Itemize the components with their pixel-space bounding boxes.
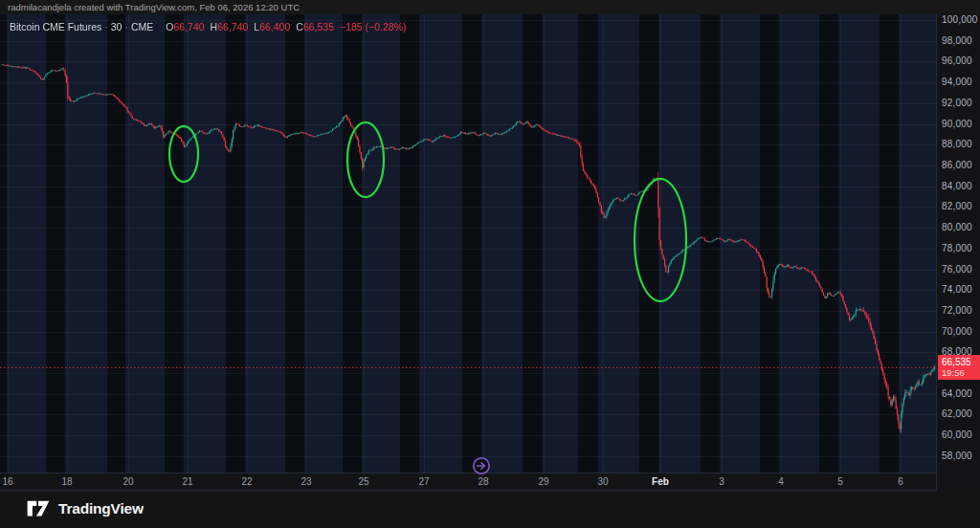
price-tick-label: 62,000 (942, 408, 972, 420)
time-tick-label: 29 (538, 473, 548, 491)
time-tick-label: Feb (652, 473, 669, 491)
price-tick-label: 78,000 (942, 243, 972, 254)
time-tick-label: 4 (778, 473, 784, 491)
attribution-text: radmilacandjela created with TradingView… (8, 2, 300, 12)
price-tick-label: 60,000 (942, 429, 972, 441)
time-tick-label: 6 (898, 473, 903, 491)
tradingview-logo[interactable]: TradingView (26, 498, 144, 518)
time-tick-label: 16 (2, 473, 12, 491)
time-tick-label: 20 (122, 473, 133, 491)
price-tick-label: 58,000 (942, 451, 972, 462)
time-tick-label: 27 (418, 473, 429, 491)
price-tick-label: 74,000 (942, 284, 972, 296)
time-tick-label: 21 (182, 473, 192, 491)
price-tick-label: 90,000 (942, 119, 972, 130)
change-value: −185 (−0.28%) (340, 21, 406, 33)
time-tick-label: 5 (837, 473, 843, 491)
tradingview-chart-window: radmilacandjela created with TradingView… (0, 0, 980, 528)
candlestick-chart-canvas[interactable] (0, 14, 936, 473)
exchange-label: CME (131, 21, 153, 33)
price-tick-label: 72,000 (942, 305, 972, 317)
symbol-title[interactable]: Bitcoin CME Futures (10, 21, 101, 33)
price-tick-label: 98,000 (942, 35, 972, 47)
open-value: 66,740 (173, 21, 204, 33)
time-tick-label: 3 (719, 473, 724, 491)
legend-separator: · (122, 21, 131, 33)
time-tick-label: 25 (358, 473, 368, 491)
time-tick-label: 22 (241, 473, 252, 491)
jump-to-arrow-marker[interactable] (471, 455, 492, 476)
close-label: C (296, 21, 303, 33)
last-price-value: 66,535 (942, 357, 971, 367)
price-tick-label: 86,000 (942, 160, 972, 171)
high-value: 66,740 (217, 21, 248, 33)
low-value: 66,400 (259, 21, 290, 33)
jump-to-arrow-icon (471, 455, 492, 476)
ohlc-values: O66,740H66,740L66,400C66,535 (160, 21, 334, 33)
bar-countdown: 19:56 (942, 367, 980, 378)
close-value: 66,535 (303, 21, 334, 33)
price-tick-label: 100,000 (942, 14, 978, 26)
price-tick-label: 64,000 (942, 388, 972, 400)
symbol-legend: Bitcoin CME Futures·30·CMEO66,740H66,740… (10, 20, 406, 33)
legend-separator: · (101, 21, 111, 33)
price-tick-label: 96,000 (942, 55, 972, 67)
price-tick-label: 84,000 (942, 181, 972, 192)
interval-label[interactable]: 30 (111, 21, 122, 33)
footer-bar: TradingView (0, 491, 980, 528)
price-tick-label: 70,000 (942, 326, 972, 338)
price-tick-label: 92,000 (942, 98, 972, 109)
last-price-label: 66,535 19:56 (938, 355, 980, 380)
price-tick-label: 76,000 (942, 264, 972, 275)
brand-name: TradingView (58, 500, 144, 517)
price-tick-label: 80,000 (942, 222, 972, 233)
time-tick-label: 23 (301, 473, 311, 491)
attribution-bar: radmilacandjela created with TradingView… (0, 0, 980, 14)
tradingview-icon (26, 498, 51, 518)
time-scale[interactable]: 1618202122232527282930Feb3456 (0, 473, 936, 491)
price-tick-label: 88,000 (942, 139, 972, 150)
price-scale[interactable]: 66,535 19:56 100,00098,00096,00094,00092… (936, 14, 980, 491)
time-tick-label: 30 (597, 473, 608, 491)
price-tick-label: 82,000 (942, 201, 972, 212)
time-tick-label: 18 (61, 473, 72, 491)
price-tick-label: 94,000 (942, 77, 972, 88)
